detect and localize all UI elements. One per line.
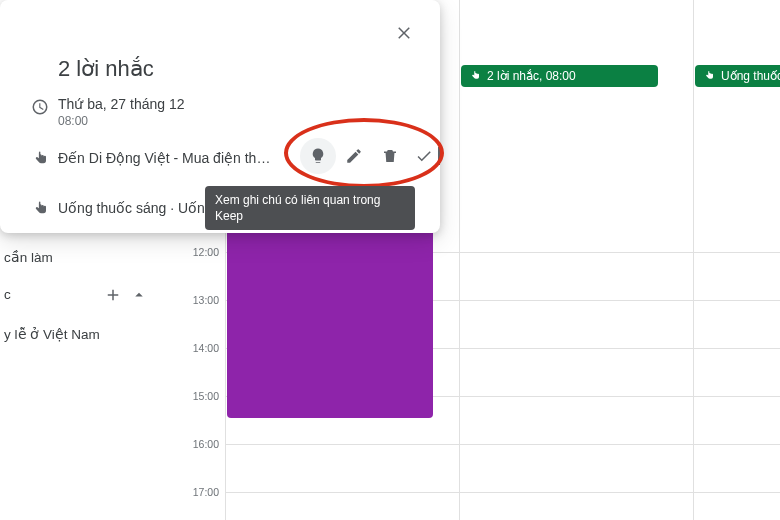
popup-title: 2 lời nhắc <box>58 56 422 82</box>
divider <box>438 147 440 165</box>
close-icon <box>395 23 413 41</box>
check-icon <box>415 147 433 165</box>
chip-label: 2 lời nhắc, 08:00 <box>487 69 576 83</box>
popup-date: Thứ ba, 27 tháng 12 <box>58 96 185 112</box>
sidebar-item[interactable]: c <box>0 287 11 302</box>
reminder-text: Đến Di Động Việt - Mua điện thoại… <box>58 150 278 166</box>
chip-label: Uống thuốc sán <box>721 69 780 83</box>
mark-done-button[interactable] <box>408 138 440 174</box>
tooltip: Xem ghi chú có liên quan trong Keep <box>205 186 415 230</box>
reminder-icon <box>469 70 481 82</box>
grid-vline <box>693 0 694 520</box>
reminder-icon <box>31 150 49 168</box>
grid-hline <box>225 492 780 493</box>
close-button[interactable] <box>386 14 422 50</box>
edit-button[interactable] <box>336 138 372 174</box>
time-label: 17:00 <box>193 486 219 498</box>
trash-icon <box>381 147 399 165</box>
pencil-icon <box>345 147 363 165</box>
sidebar-item[interactable]: y lễ ở Việt Nam <box>0 326 100 342</box>
time-label: 16:00 <box>193 438 219 450</box>
calendar-event-block[interactable] <box>227 233 433 418</box>
reminder-chip[interactable]: 2 lời nhắc, 08:00 <box>461 65 658 87</box>
popup-time: 08:00 <box>58 114 185 128</box>
reminder-icon <box>703 70 715 82</box>
sidebar-item[interactable]: cần làm <box>0 249 53 265</box>
time-label: 14:00 <box>193 342 219 354</box>
grid-hline <box>225 444 780 445</box>
time-label: 13:00 <box>193 294 219 306</box>
collapse-button[interactable] <box>128 284 150 306</box>
reminder-icon <box>31 200 49 218</box>
delete-button[interactable] <box>372 138 408 174</box>
clock-icon <box>31 98 49 116</box>
action-group <box>300 138 440 174</box>
grid-vline <box>459 0 460 520</box>
lightbulb-icon <box>309 147 327 165</box>
event-popup-card: 2 lời nhắc Thứ ba, 27 tháng 12 08:00 Đến… <box>0 0 440 233</box>
reminder-chip[interactable]: Uống thuốc sán <box>695 65 780 87</box>
time-label: 15:00 <box>193 390 219 402</box>
add-calendar-button[interactable] <box>102 284 124 306</box>
time-label: 12:00 <box>193 246 219 258</box>
datetime-row: Thứ ba, 27 tháng 12 08:00 <box>22 96 422 128</box>
keep-notes-button[interactable] <box>300 138 336 174</box>
